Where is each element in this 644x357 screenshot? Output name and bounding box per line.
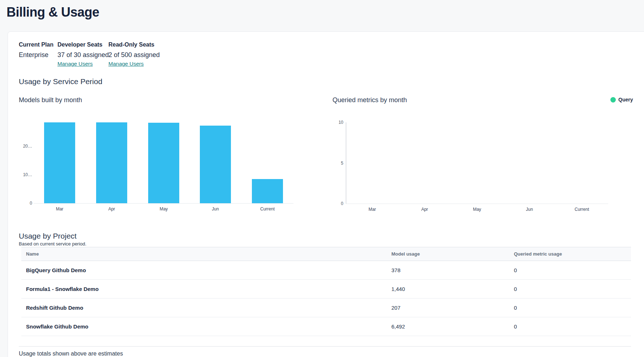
footer-divider (19, 346, 631, 347)
developer-seats-column: Developer Seats 37 of 30 assigned Manage… (57, 41, 109, 68)
readonly-seats-column: Read-Only Seats 2 of 500 assigned Manage… (108, 41, 160, 68)
usage-table: Name Model usage Queried metric usage Bi… (21, 247, 631, 336)
page-title: Billing & Usage (7, 5, 99, 20)
queried-metric-usage-cell: 0 (514, 280, 517, 298)
current-plan-column: Current Plan Enterprise (19, 41, 53, 59)
current-plan-label: Current Plan (19, 41, 53, 48)
project-usage-subheading: Based on current service period. (19, 241, 86, 247)
table-row: Redshift Github Demo2070 (21, 299, 631, 317)
project-name-cell: Snowflake Github Demo (26, 317, 89, 336)
queried-metric-usage-cell: 0 (514, 317, 517, 336)
usage-estimate-note: Usage totals shown above are estimates (19, 351, 123, 357)
manage-users-link-developer[interactable]: Manage Users (57, 60, 93, 68)
readonly-seats-label: Read-Only Seats (108, 41, 160, 48)
query-legend-dot (610, 97, 616, 103)
model-usage-cell: 6,492 (391, 317, 405, 336)
billing-usage-page: Billing & Usage Current Plan Enterprise … (0, 0, 644, 357)
query-legend-label: Query (618, 97, 633, 103)
column-header-model-usage: Model usage (391, 247, 420, 261)
model-usage-cell: 1,440 (391, 280, 405, 298)
column-header-queried-metric-usage: Queried metric usage (514, 247, 562, 261)
model-usage-cell: 207 (391, 299, 400, 317)
manage-users-link-readonly[interactable]: Manage Users (108, 60, 144, 68)
project-name-cell: Formula1 - Snowflake Demo (26, 280, 99, 298)
readonly-seats-value: 2 of 500 assigned (108, 51, 160, 59)
model-usage-cell: 378 (391, 261, 400, 279)
usage-table-header-row: Name Model usage Queried metric usage (21, 247, 631, 261)
models-chart-title: Models built by month (19, 96, 82, 104)
developer-seats-value: 37 of 30 assigned (57, 51, 109, 59)
table-row: BigQuery Github Demo3780 (21, 261, 631, 280)
queried-metric-usage-cell: 0 (514, 261, 517, 279)
usage-table-body: BigQuery Github Demo3780Formula1 - Snowf… (21, 261, 631, 336)
current-plan-value: Enterprise (19, 51, 53, 59)
table-row: Formula1 - Snowflake Demo1,4400 (21, 280, 631, 299)
project-name-cell: Redshift Github Demo (26, 299, 83, 317)
table-row: Snowflake Github Demo6,4920 (21, 317, 631, 336)
queried-chart-title: Queried metrics by month (332, 96, 407, 104)
column-header-name: Name (26, 247, 39, 261)
queried-metric-usage-cell: 0 (514, 299, 517, 317)
service-period-heading: Usage by Service Period (19, 77, 102, 86)
developer-seats-label: Developer Seats (57, 41, 109, 48)
project-usage-heading: Usage by Project (19, 232, 77, 240)
project-name-cell: BigQuery Github Demo (26, 261, 86, 279)
